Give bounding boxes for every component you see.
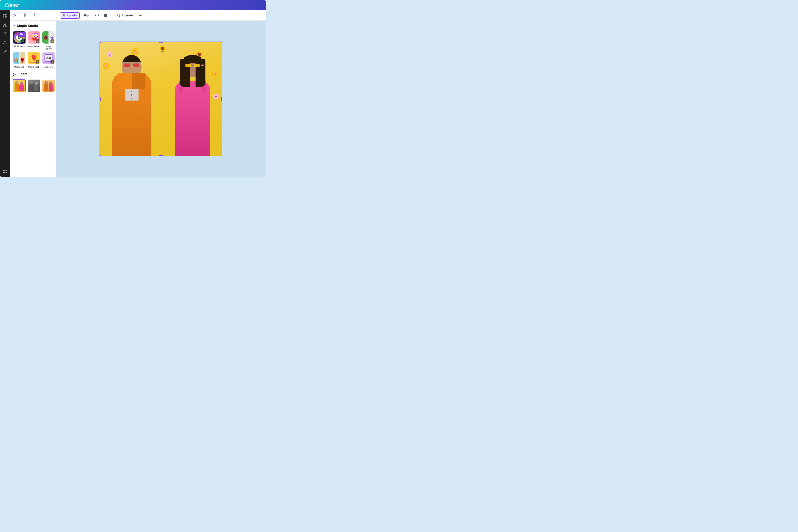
svg-rect-0 [3, 15, 5, 18]
filter-item-original[interactable] [13, 79, 26, 92]
left-panel: fx [10, 10, 56, 177]
tool-bg-remover[interactable]: ♛ Harry BG Remover [13, 31, 26, 50]
selection-handle-ml[interactable] [99, 97, 100, 101]
flip-button[interactable]: Flip [81, 13, 92, 18]
canvas-photo[interactable]: 🌸 🌼 🌻 🌻 🌼 🌸 🌼 [99, 42, 222, 156]
sidebar: T [0, 10, 10, 177]
tool-magic-edit-label: Magic Edit [14, 66, 24, 68]
selection-handle-br[interactable] [221, 155, 222, 156]
selection-handle-tm[interactable] [159, 42, 163, 42]
svg-rect-7 [3, 172, 5, 173]
animate-label: Animate [122, 14, 133, 17]
harry-tooltip: Harry [18, 32, 25, 37]
svg-point-13 [25, 15, 26, 16]
selection-handle-bl[interactable] [99, 155, 101, 156]
sidebar-item-apps[interactable] [2, 168, 9, 175]
svg-point-27 [139, 15, 140, 16]
sidebar-item-text[interactable]: T [2, 30, 9, 37]
panel-tabs: fx [10, 10, 56, 21]
svg-rect-1 [5, 15, 7, 16]
canva-logo: Canva [5, 2, 19, 8]
tool-magic-edit[interactable]: 💐 🌹 Magic Edit [13, 52, 26, 68]
svg-point-14 [24, 16, 25, 17]
canvas-area: Edit photo Flip [56, 10, 266, 177]
menu-button[interactable] [102, 12, 109, 19]
tool-magic-expand-label: Magic Expand [42, 45, 55, 50]
svg-point-4 [5, 25, 7, 27]
panel-content: ✦ Magic Studio [10, 21, 56, 177]
crown-badge-magic-expand: ♛ [51, 39, 54, 43]
more-options-button[interactable] [137, 12, 144, 19]
tool-magic-grab-label: Magic Grab [28, 66, 40, 68]
selection-handle-mr[interactable] [221, 97, 222, 101]
tab-crop[interactable] [33, 10, 39, 20]
sidebar-item-elements[interactable] [2, 21, 9, 28]
canvas-toolbar: Edit photo Flip [56, 10, 266, 21]
svg-rect-2 [5, 16, 7, 18]
tab-effects[interactable]: fx [13, 10, 17, 20]
canvas-wrapper: 🌸 🌼 🌻 🌻 🌼 🌸 🌼 [56, 21, 266, 177]
filters-icon: ◎ [13, 72, 16, 76]
tool-magic-grab[interactable]: 🎈 👆 ♛ Magic Grab [27, 52, 40, 68]
svg-rect-8 [5, 172, 7, 173]
app-header: Canva [0, 0, 266, 10]
filters-section: ◎ Filters [13, 72, 53, 92]
crown-badge-magic-grab: ♛ [36, 60, 39, 63]
svg-rect-6 [5, 170, 7, 171]
sidebar-item-draw[interactable] [2, 48, 9, 55]
filters-heading: ◎ Filters [13, 72, 53, 76]
animate-button[interactable]: Animate [114, 13, 135, 18]
sidebar-item-uploads[interactable] [2, 39, 9, 46]
toolbar-divider [112, 13, 112, 18]
magic-studio-title: Magic Studio [17, 24, 38, 28]
tool-grab-text[interactable]: Aa ♛ Grab Text [42, 52, 55, 68]
tool-bg-remover-label: BG Remover [13, 45, 25, 48]
flower-decoration: 🌻 [158, 45, 167, 53]
svg-point-29 [141, 15, 142, 16]
svg-point-26 [117, 14, 120, 17]
tool-magic-expand[interactable]: 🐞 ◀ ♛ Magic Expand [42, 31, 55, 50]
selection-handle-tr[interactable] [221, 42, 222, 43]
filter-item-warm[interactable] [42, 79, 55, 92]
flower-decoration: 🌸 [106, 51, 113, 58]
flower-decoration: 🌼 [130, 48, 139, 56]
svg-point-12 [24, 14, 25, 15]
svg-rect-5 [3, 170, 5, 171]
photo-background: 🌸 🌼 🌻 🌻 🌼 🌸 🌼 [100, 42, 222, 156]
filters-grid [13, 79, 53, 92]
svg-point-28 [140, 15, 141, 16]
crown-badge-magic-eraser: ♛ [36, 39, 39, 43]
crown-badge-bg-remover: ♛ [21, 39, 25, 43]
tool-magic-eraser[interactable]: 🍟 ♛ Magic Eraser [27, 31, 40, 50]
tab-adjust[interactable] [22, 10, 28, 20]
filters-title: Filters [17, 72, 27, 76]
tool-magic-eraser-label: Magic Eraser [27, 45, 40, 48]
sparkle-icon: ✦ [13, 24, 16, 28]
tool-grab-text-label: Grab Text [44, 66, 53, 68]
magic-studio-grid: ♛ Harry BG Remover [13, 31, 53, 68]
sidebar-item-layout[interactable] [2, 13, 9, 20]
info-button[interactable] [93, 12, 100, 19]
edit-photo-button[interactable]: Edit photo [60, 12, 80, 19]
svg-point-22 [97, 15, 97, 15]
magic-studio-heading: ✦ Magic Studio [13, 24, 53, 28]
svg-rect-3 [3, 25, 5, 27]
filter-item-bw[interactable] [27, 79, 40, 92]
selection-handle-bm[interactable] [159, 155, 163, 156]
crown-badge-grab-text: ♛ [51, 60, 54, 63]
